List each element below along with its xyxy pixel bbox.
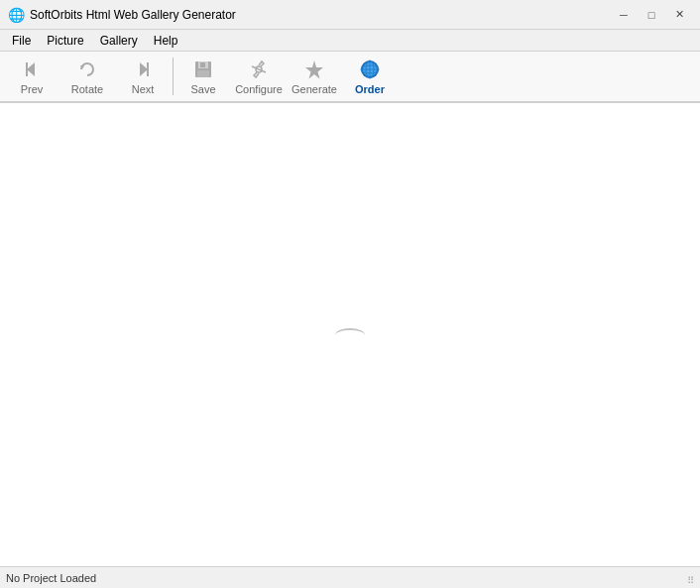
save-button[interactable]: Save	[175, 54, 231, 99]
prev-label: Prev	[21, 83, 44, 95]
rotate-icon	[75, 58, 99, 81]
menu-gallery[interactable]: Gallery	[92, 30, 146, 51]
menu-file[interactable]: File	[4, 30, 39, 51]
configure-label: Configure	[235, 83, 283, 95]
window-controls: ─ □ ✕	[611, 5, 692, 25]
title-bar-text: SoftOrbits Html Web Gallery Generator	[30, 8, 611, 22]
toolbar: Prev Rotate Next	[0, 52, 700, 103]
svg-marker-0	[27, 62, 35, 76]
configure-button[interactable]: Configure	[231, 54, 287, 99]
save-icon	[191, 58, 215, 81]
menu-bar: File Picture Gallery Help	[0, 30, 700, 52]
main-content	[0, 103, 700, 566]
status-bar: No Project Loaded ⠿	[0, 566, 700, 588]
order-label: Order	[355, 83, 385, 95]
svg-rect-4	[147, 62, 149, 76]
save-label: Save	[190, 83, 215, 95]
menu-picture[interactable]: Picture	[39, 30, 91, 51]
resize-handle: ⠿	[678, 570, 694, 586]
svg-rect-8	[200, 62, 205, 67]
svg-marker-3	[140, 62, 148, 76]
maximize-button[interactable]: □	[639, 5, 664, 25]
menu-help[interactable]: Help	[146, 30, 186, 51]
generate-label: Generate	[292, 83, 337, 95]
svg-rect-7	[197, 70, 209, 77]
prev-button[interactable]: Prev	[4, 54, 59, 99]
generate-button[interactable]: Generate	[287, 54, 342, 99]
toolbar-separator-1	[173, 58, 174, 95]
loading-indicator	[335, 328, 365, 342]
prev-icon	[20, 58, 44, 81]
next-button[interactable]: Next	[115, 54, 171, 99]
configure-icon	[247, 58, 271, 81]
order-icon	[358, 58, 382, 81]
close-button[interactable]: ✕	[666, 5, 692, 25]
loading-arc	[335, 328, 365, 342]
next-label: Next	[132, 83, 155, 95]
rotate-label: Rotate	[71, 83, 103, 95]
svg-line-9	[252, 66, 266, 72]
title-bar: 🌐 SoftOrbits Html Web Gallery Generator …	[0, 0, 700, 30]
generate-icon	[302, 58, 326, 81]
order-button[interactable]: Order	[342, 54, 398, 99]
status-text: No Project Loaded	[6, 572, 678, 584]
svg-marker-11	[305, 60, 323, 79]
next-icon	[131, 58, 155, 81]
minimize-button[interactable]: ─	[611, 5, 637, 25]
svg-rect-1	[26, 62, 28, 76]
rotate-button[interactable]: Rotate	[59, 54, 115, 99]
app-icon: 🌐	[8, 7, 24, 23]
